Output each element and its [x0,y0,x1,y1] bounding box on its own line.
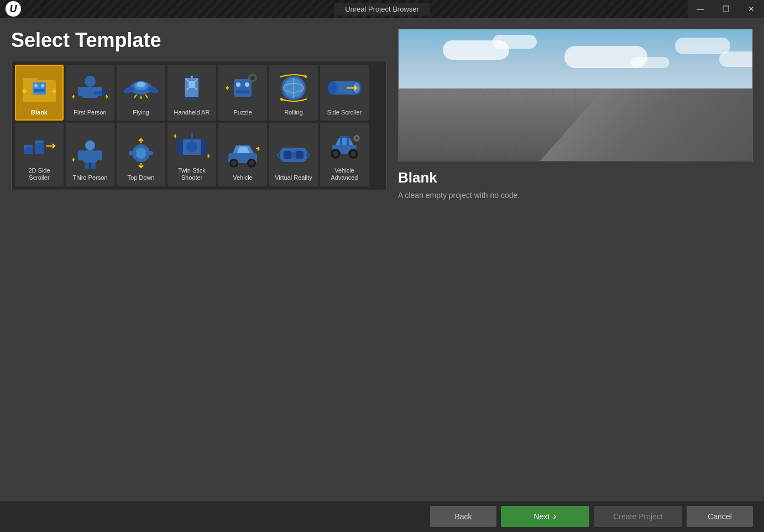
2d-side-scroller-icon [20,127,58,165]
template-2d-side-scroller-label: 2D Side Scroller [18,167,60,181]
template-rolling-label: Rolling [284,109,303,116]
template-top-down-label: Top Down [128,174,155,181]
selected-template-name: Blank [398,169,753,186]
maximize-button[interactable]: ❐ [713,0,739,18]
template-twin-stick-shooter-label: Twin Stick Shooter [171,167,213,181]
svg-rect-19 [189,81,195,88]
preview-floor-area [399,88,752,161]
svg-rect-2 [33,82,46,95]
template-twin-stick-shooter[interactable]: Twin Stick Shooter [168,123,216,186]
svg-rect-43 [78,150,85,160]
rolling-icon [275,69,312,107]
template-blank-label: Blank [31,109,48,116]
svg-rect-62 [284,151,291,159]
template-2d-side-scroller[interactable]: 2D Side Scroller [15,123,64,186]
svg-rect-5 [34,89,45,92]
template-blank[interactable]: Blank [15,65,64,121]
svg-rect-49 [129,151,137,155]
cloud-6 [719,51,753,67]
svg-rect-21 [234,79,252,97]
svg-rect-53 [191,133,193,144]
template-virtual-reality-label: Virtual Reality [275,174,312,181]
svg-point-58 [231,160,237,166]
template-handheld-ar[interactable]: Handheld AR [168,65,216,121]
top-down-icon [122,134,160,172]
window-title: Unreal Project Browser [334,3,430,15]
title-bar: U Unreal Project Browser — ❐ ✕ [0,0,764,18]
svg-rect-42 [83,150,97,163]
svg-point-36 [328,81,337,95]
virtual-reality-icon [275,134,312,172]
svg-rect-55 [201,139,206,155]
svg-point-22 [236,82,240,87]
svg-rect-44 [96,150,102,160]
svg-point-16 [137,82,145,87]
template-preview [398,29,753,161]
svg-rect-29 [248,77,250,79]
template-puzzle[interactable]: Puzzle [218,65,267,121]
window-controls: — ❐ ✕ [688,0,764,18]
cloud-2 [493,35,537,49]
template-puzzle-label: Puzzle [233,109,252,116]
svg-rect-45 [85,163,89,169]
template-first-person[interactable]: First Person [66,65,114,121]
cloud-4 [675,38,730,54]
template-third-person-label: Third Person [73,174,108,181]
template-flying-label: Flying [133,109,149,116]
svg-point-6 [85,76,96,87]
svg-rect-50 [145,151,153,155]
handheld-ar-icon [173,69,211,107]
minimize-button[interactable]: — [688,0,713,18]
vehicle-icon [224,134,261,172]
template-vehicle-advanced[interactable]: Vehicle Advanced [320,123,369,186]
svg-rect-63 [296,151,303,159]
puzzle-icon [224,69,261,107]
third-person-icon [71,134,109,172]
cancel-button[interactable]: Cancel [687,506,753,527]
template-side-scroller[interactable]: Side Scroller [320,65,369,121]
vehicle-advanced-icon [326,127,363,165]
create-project-button[interactable]: Create Project [594,506,682,527]
template-vehicle-advanced-label: Vehicle Advanced [323,167,365,181]
template-vehicle[interactable]: Vehicle [218,123,267,186]
page-title: Select Template [11,29,387,52]
next-arrow: › [553,510,556,522]
svg-rect-24 [236,90,249,93]
svg-point-72 [350,151,356,157]
template-first-person-label: First Person [74,109,106,116]
svg-point-4 [41,84,44,87]
svg-rect-27 [252,74,254,76]
svg-point-48 [135,148,146,159]
svg-point-41 [85,140,95,150]
selected-template-description: A clean empty project with no code. [398,191,753,200]
svg-point-3 [34,84,38,87]
template-handheld-ar-label: Handheld AR [174,109,210,116]
template-top-down[interactable]: Top Down [117,123,165,186]
template-flying[interactable]: Flying [117,65,165,121]
svg-rect-54 [177,139,183,155]
svg-rect-46 [91,163,96,169]
unreal-logo: U [6,1,21,17]
flying-icon [122,69,160,107]
svg-rect-30 [255,77,257,79]
template-side-scroller-label: Side Scroller [327,109,362,116]
back-button[interactable]: Back [430,506,496,527]
first-person-icon [71,69,109,107]
template-rolling[interactable]: Rolling [269,65,318,121]
blank-icon [20,69,58,107]
svg-rect-64 [291,152,296,158]
svg-point-26 [250,76,255,80]
template-virtual-reality[interactable]: Virtual Reality [269,123,318,186]
side-scroller-icon [326,69,363,107]
twin-stick-shooter-icon [173,127,211,165]
template-vehicle-label: Vehicle [233,174,252,181]
template-grid: Blank [11,61,387,190]
left-panel: Select Template [11,29,387,494]
close-button[interactable]: ✕ [739,0,764,18]
template-third-person[interactable]: Third Person [66,123,114,186]
next-button[interactable]: Next › [501,506,589,527]
cloud-5 [631,57,669,68]
svg-point-20 [191,76,193,78]
svg-rect-28 [252,80,254,82]
svg-point-74 [355,137,358,139]
